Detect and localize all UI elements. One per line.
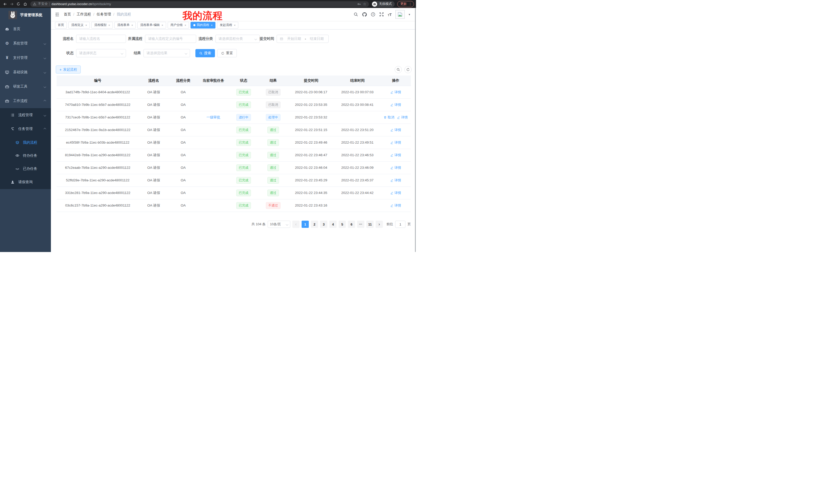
browser-update-button[interactable]: 更新 ⋮: [397, 1, 414, 7]
sidebar-item-home[interactable]: 首页: [0, 22, 51, 36]
sidebar-item-task-management[interactable]: 任务管理: [0, 122, 51, 136]
browser-forward-button[interactable]: [9, 1, 15, 7]
bookmark-star-icon[interactable]: ☆: [363, 2, 366, 6]
detail-action[interactable]: 详情: [390, 90, 401, 94]
table-row: 7470a810-7b9b-11ec-b5b7-acde48001122OA 请…: [57, 99, 411, 111]
tab-close-icon[interactable]: ×: [185, 24, 186, 27]
result-badge: 通过: [267, 139, 279, 146]
tab-process-form[interactable]: 流程表单×: [114, 22, 136, 29]
tab-close-icon[interactable]: ×: [211, 24, 212, 27]
refresh-table-button[interactable]: [405, 66, 412, 73]
sidebar-item-my-process[interactable]: 我的流程: [0, 136, 51, 149]
submit-time-range-picker[interactable]: 开始日期 - 结束日期: [277, 35, 329, 43]
page-button-11[interactable]: 11: [366, 221, 373, 228]
browser-home-button[interactable]: [22, 1, 28, 7]
tab-close-icon[interactable]: ×: [131, 24, 133, 27]
process-definition-input[interactable]: 请输入流程定义的编号: [145, 35, 196, 43]
tab-process-definition[interactable]: 流程定义×: [69, 22, 90, 29]
select-arrow-icon: [185, 52, 187, 54]
sidebar-item-payment[interactable]: ¥ 支付管理: [0, 51, 51, 65]
tab-start-process[interactable]: 发起流程×: [217, 22, 238, 29]
tab-process-model[interactable]: 流程模型×: [91, 22, 113, 29]
process-category-select[interactable]: 请选择流程分类: [215, 35, 260, 43]
browser-menu-icon[interactable]: ⋮: [409, 2, 412, 6]
page-scrollbar[interactable]: [415, 8, 416, 252]
tab-user-group[interactable]: 用户分组×: [167, 22, 189, 29]
sidebar-item-done-task[interactable]: 已办任务: [0, 162, 51, 175]
browser-back-button[interactable]: [2, 1, 8, 7]
show-search-toggle-button[interactable]: [395, 66, 402, 73]
avatar[interactable]: [395, 10, 405, 19]
breadcrumb-task-management[interactable]: 任务管理: [97, 12, 111, 17]
create-process-button[interactable]: + 发起流程: [56, 65, 81, 74]
help-icon[interactable]: [371, 12, 375, 17]
detail-action[interactable]: 详情: [390, 165, 401, 170]
select-arrow-icon: [286, 223, 288, 226]
page-button-6[interactable]: 6: [348, 221, 355, 228]
url-domain: dashboard.yudao.iocoder.cn: [51, 2, 92, 6]
page-button-3[interactable]: 3: [320, 221, 327, 228]
tab-process-form-edit[interactable]: 流程表单-编辑×: [137, 22, 166, 29]
sidebar-item-system[interactable]: ⚙ 系统管理: [0, 36, 51, 51]
detail-action[interactable]: 详情: [390, 103, 401, 107]
avatar-caret-icon[interactable]: ▾: [409, 13, 410, 16]
tab-close-icon[interactable]: ×: [85, 24, 87, 27]
sidebar-fold-icon[interactable]: [55, 12, 60, 17]
font-size-icon[interactable]: TT: [388, 12, 392, 17]
cancel-action[interactable]: 取消: [384, 115, 394, 120]
breadcrumb-workflow[interactable]: 工作流程: [77, 12, 91, 17]
detail-action[interactable]: 详情: [390, 128, 401, 132]
page-button-2[interactable]: 2: [311, 221, 318, 228]
table-row: 3ad174fb-7b9d-11ec-8404-acde48001122OA 请…: [57, 86, 411, 99]
fullscreen-icon[interactable]: [379, 12, 384, 17]
browser-reload-button[interactable]: [16, 1, 22, 7]
current-task-link[interactable]: 一级审批: [206, 115, 220, 120]
password-key-icon[interactable]: [357, 2, 361, 6]
detail-action[interactable]: 详情: [390, 140, 401, 145]
sidebar-item-devtools[interactable]: 研发工具: [0, 79, 51, 94]
detail-action[interactable]: 详情: [390, 191, 401, 195]
search-button[interactable]: 搜索: [196, 49, 215, 57]
tab-close-icon[interactable]: ×: [161, 24, 163, 27]
search-icon[interactable]: [354, 12, 358, 17]
status-badge: 已完成: [236, 139, 251, 146]
more-pages-button[interactable]: •••: [357, 221, 364, 228]
tab-my-process[interactable]: 我的流程×: [190, 22, 215, 29]
detail-action[interactable]: 详情: [390, 178, 401, 183]
app-logo-row[interactable]: 芋道管理系统: [0, 8, 51, 22]
goto-page-input[interactable]: [395, 221, 406, 228]
detail-action[interactable]: 详情: [390, 153, 401, 158]
reset-button[interactable]: 重置: [217, 49, 237, 57]
sidebar-item-process-management[interactable]: 流程管理: [0, 108, 51, 122]
tab-close-icon[interactable]: ×: [108, 24, 110, 27]
page-button-1[interactable]: 1: [302, 221, 309, 228]
address-bar[interactable]: 不安全 dashboard.yudao.iocoder.cn/bpm/task/…: [30, 1, 369, 7]
tab-home[interactable]: 首页: [55, 22, 67, 29]
detail-action[interactable]: 详情: [390, 203, 401, 208]
table-row: 331bc281-7b9a-11ec-a290-acde48001122OA 请…: [57, 187, 411, 199]
browser-chrome: 不安全 dashboard.yudao.iocoder.cn/bpm/task/…: [0, 0, 416, 8]
breadcrumb-home[interactable]: 首页: [64, 12, 71, 17]
page-button-5[interactable]: 5: [339, 221, 346, 228]
process-name-input[interactable]: 请输入流程名: [76, 35, 126, 43]
omnibox-divider: [49, 2, 50, 6]
github-icon[interactable]: [362, 12, 367, 17]
prev-page-button[interactable]: ‹: [292, 221, 300, 228]
incognito-label: 无痕模式: [379, 2, 392, 6]
workflow-submenu: 流程管理 任务管理 我的流程 待办任务 已办任务 请假查询: [0, 108, 51, 189]
next-page-button[interactable]: ›: [375, 221, 383, 228]
page-size-select[interactable]: 10条/页: [268, 221, 290, 228]
sidebar-item-todo-task[interactable]: 待办任务: [0, 149, 51, 162]
result-select[interactable]: 请选择流结果: [144, 49, 190, 57]
detail-action[interactable]: 详情: [397, 115, 408, 120]
tab-close-icon[interactable]: ×: [234, 24, 235, 27]
result-badge: 通过: [267, 190, 279, 196]
table-row: 2152467e-7b9b-11ec-9a1b-acde48001122OA 请…: [57, 123, 411, 136]
status-select[interactable]: 请选择状态: [76, 49, 126, 57]
status-badge: 已完成: [236, 190, 251, 196]
result-badge: 已取消: [266, 102, 281, 108]
sidebar-item-infrastructure[interactable]: 基础设施: [0, 65, 51, 79]
sidebar-item-leave-query[interactable]: 请假查询: [0, 175, 51, 189]
page-button-4[interactable]: 4: [329, 221, 337, 228]
sidebar-item-workflow[interactable]: 工作流程: [0, 94, 51, 108]
